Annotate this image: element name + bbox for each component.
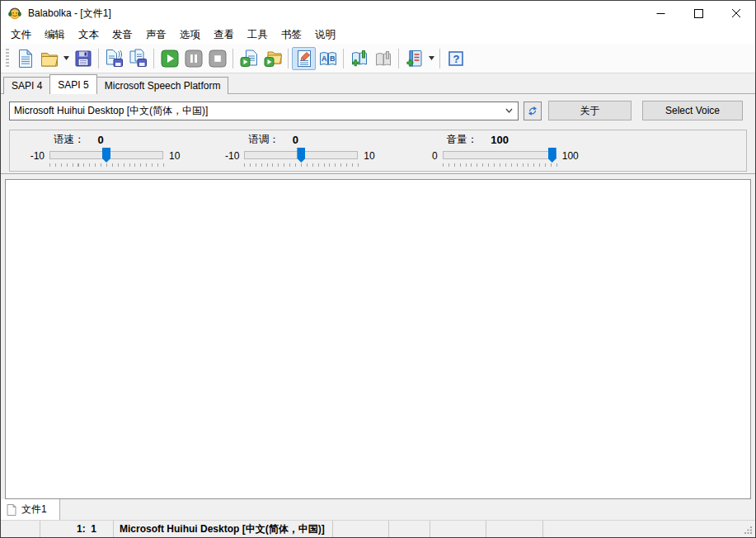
status-cell-grip xyxy=(543,521,755,537)
play-button[interactable] xyxy=(157,47,181,70)
chevron-down-icon xyxy=(63,56,69,60)
maximize-button[interactable] xyxy=(679,1,717,26)
voice-parameters-panel: 语速： 0 -10 10 语调： xyxy=(9,130,747,172)
toolbar-gripper[interactable] xyxy=(6,49,9,68)
pitch-max-label: 10 xyxy=(364,149,374,162)
rate-slider-ticks xyxy=(49,163,164,167)
read-file-aloud-button[interactable] xyxy=(237,47,261,70)
tab-sapi4[interactable]: SAPI 4 xyxy=(3,77,50,94)
add-bookmark-button[interactable] xyxy=(347,47,371,70)
about-voice-button[interactable]: 关于 xyxy=(548,101,632,120)
select-voice-button[interactable]: Select Voice xyxy=(642,101,743,120)
rate-min-label: -10 xyxy=(23,149,45,162)
combobox-chevron-icon[interactable] xyxy=(500,102,518,120)
rate-value: 0 xyxy=(98,134,104,146)
volume-min-label: 0 xyxy=(416,149,438,162)
volume-slider-ticks xyxy=(443,163,557,167)
document-tab-bar: 文件1 xyxy=(1,499,755,520)
document-tab-label: 文件1 xyxy=(21,503,47,517)
add-bookmark-icon xyxy=(350,49,369,68)
document-icon xyxy=(7,504,16,516)
new-document-icon xyxy=(16,49,35,68)
read-folder-aloud-button[interactable] xyxy=(261,47,284,70)
status-cell-empty xyxy=(430,521,486,537)
new-document-button[interactable] xyxy=(13,47,37,70)
pitch-slider-ticks xyxy=(244,163,359,167)
volume-slider-track[interactable] xyxy=(443,151,556,159)
menu-voice[interactable]: 声音 xyxy=(139,26,173,44)
split-audio-files-icon xyxy=(129,49,148,68)
tab-sapi5[interactable]: SAPI 5 xyxy=(49,74,96,94)
stop-button[interactable] xyxy=(205,47,229,70)
help-icon: ? xyxy=(446,49,466,68)
close-button[interactable] xyxy=(717,1,755,26)
maximize-icon xyxy=(694,9,703,18)
window-title: Balabolka - [文件1] xyxy=(28,7,111,21)
editor-container xyxy=(5,179,751,499)
toolbar-separator xyxy=(153,49,154,68)
menu-bookmarks[interactable]: 书签 xyxy=(275,26,308,44)
play-folder-icon xyxy=(263,49,283,68)
voice-row: Microsoft Huihui Desktop [中文(简体，中国)] 关于 … xyxy=(1,94,755,121)
bookmark-list-button[interactable] xyxy=(402,47,426,70)
svg-text:?: ? xyxy=(453,53,459,65)
remove-bookmark-button[interactable] xyxy=(371,47,395,70)
status-current-voice: Microsoft Huihui Desktop [中文(简体，中国)] xyxy=(114,521,333,537)
sapi5-tab-page: Microsoft Huihui Desktop [中文(简体，中国)] 关于 … xyxy=(1,94,755,174)
status-cell-empty xyxy=(486,521,543,537)
save-file-button[interactable] xyxy=(71,47,95,70)
toolbar: A B xyxy=(1,44,755,73)
save-floppy-icon xyxy=(73,49,93,68)
menu-tools[interactable]: 工具 xyxy=(241,26,275,44)
app-window: Balabolka - [文件1] 文件 编辑 文本 发音 声音 选项 查看 工… xyxy=(0,0,756,538)
minimize-icon xyxy=(656,9,665,18)
volume-slider[interactable] xyxy=(443,149,556,161)
menu-file[interactable]: 文件 xyxy=(4,26,38,44)
tab-microsoft-speech-platform[interactable]: Microsoft Speech Platform xyxy=(96,77,229,94)
pitch-label: 语调： xyxy=(248,133,279,147)
menu-pronunciation[interactable]: 发音 xyxy=(106,26,139,44)
menu-edit[interactable]: 编辑 xyxy=(38,26,72,44)
status-cell-empty xyxy=(389,521,430,537)
text-editor[interactable] xyxy=(6,180,750,498)
menu-view[interactable]: 查看 xyxy=(207,26,241,44)
document-tab-file1[interactable]: 文件1 xyxy=(1,499,60,520)
svg-text:B: B xyxy=(330,54,336,62)
help-button[interactable]: ? xyxy=(444,47,467,70)
toolbar-separator xyxy=(398,49,399,68)
voice-combobox-value: Microsoft Huihui Desktop [中文(简体，中国)] xyxy=(14,104,500,118)
save-audio-file-button[interactable] xyxy=(102,47,126,70)
minimize-button[interactable] xyxy=(641,1,679,26)
text-highlighting-toggle[interactable] xyxy=(292,47,316,70)
rate-slider[interactable] xyxy=(49,149,163,161)
svg-text:A: A xyxy=(322,54,327,62)
open-file-dropdown[interactable] xyxy=(61,47,71,70)
resize-grip-icon[interactable] xyxy=(744,526,753,535)
menu-help[interactable]: 说明 xyxy=(308,26,342,44)
volume-slider-group: 音量： 100 0 100 xyxy=(416,133,579,171)
dictionary-button[interactable]: A B xyxy=(316,47,340,70)
chevron-down-icon xyxy=(429,56,434,60)
app-logo-icon xyxy=(7,6,22,21)
split-and-save-audio-button[interactable] xyxy=(126,47,150,70)
open-file-button[interactable] xyxy=(37,47,61,70)
pitch-slider-thumb[interactable] xyxy=(297,148,305,163)
pause-button[interactable] xyxy=(181,47,205,70)
voice-combobox[interactable]: Microsoft Huihui Desktop [中文(简体，中国)] xyxy=(9,101,519,120)
toolbar-separator xyxy=(98,49,99,68)
bookmark-list-dropdown[interactable] xyxy=(426,47,436,70)
refresh-icon xyxy=(527,105,538,117)
toolbar-separator xyxy=(343,49,344,68)
rate-slider-thumb[interactable] xyxy=(102,148,110,163)
pitch-slider[interactable] xyxy=(244,149,358,161)
pitch-slider-group: 语调： 0 -10 10 xyxy=(218,133,374,171)
rate-slider-group: 语速： 0 -10 10 xyxy=(23,133,180,171)
volume-slider-thumb[interactable] xyxy=(548,148,556,163)
menu-options[interactable]: 选项 xyxy=(173,26,207,44)
bookmark-list-icon xyxy=(405,49,425,68)
toolbar-separator xyxy=(439,49,440,68)
refresh-voices-button[interactable] xyxy=(524,101,542,120)
menu-text[interactable]: 文本 xyxy=(72,26,106,44)
volume-label: 音量： xyxy=(447,133,478,147)
pitch-min-label: -10 xyxy=(218,149,239,162)
